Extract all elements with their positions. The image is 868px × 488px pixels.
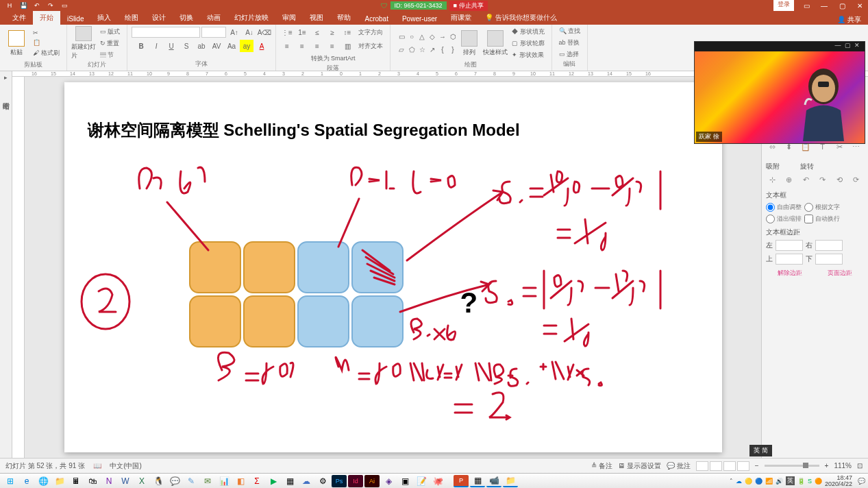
zoom-in-button[interactable]: + [825, 462, 829, 469]
webcam-overlay[interactable]: — ▢ ✕ 跃家 徐 [694, 41, 865, 144]
checkbox-autowrap[interactable]: 自动换行 [804, 215, 840, 223]
login-button[interactable]: 登录 [773, 0, 794, 11]
shape-fill-button[interactable]: ◆ 形状填充 [509, 27, 547, 37]
font-color-button[interactable]: A [255, 40, 269, 52]
wechat-icon[interactable]: 💬 [167, 475, 182, 487]
app6-icon[interactable]: ▶ [266, 475, 281, 487]
margin-top-input[interactable] [776, 254, 803, 265]
tab-review[interactable]: 审阅 [275, 11, 303, 25]
language-status[interactable]: 中文(中国) [110, 461, 142, 471]
tab-design[interactable]: 设计 [145, 11, 173, 25]
tab-view[interactable]: 视图 [303, 11, 330, 25]
calculator-icon[interactable]: 🖩 [69, 475, 84, 487]
slide-nav-collapsed[interactable]: ▸ 缩略图 [0, 71, 12, 458]
shape-outline-button[interactable]: ▢ 形状轮廓 [509, 38, 547, 49]
tab-home[interactable]: 开始 [33, 11, 60, 25]
tab-insert[interactable]: 插入 [90, 11, 118, 25]
comments-button[interactable]: 💬 批注 [667, 461, 691, 471]
explorer-running-icon[interactable]: 📁 [503, 475, 518, 487]
numbering-button[interactable]: 1≡ [295, 26, 309, 38]
shadow-button[interactable]: ab [195, 40, 208, 52]
app10-icon[interactable]: ▣ [397, 475, 412, 487]
columns-button[interactable]: ▥ [340, 40, 354, 52]
tray-icon[interactable]: 🟡 [745, 478, 752, 485]
redo-icon[interactable]: ↷ [45, 1, 56, 10]
webcam-min-icon[interactable]: — [833, 42, 843, 51]
webcam-close-icon[interactable]: ✕ [852, 42, 862, 51]
tab-help[interactable]: 帮助 [330, 11, 358, 25]
undo-icon[interactable]: ↶ [32, 1, 42, 10]
reading-view-button[interactable] [723, 461, 736, 471]
cut-button[interactable]: ✂ [30, 29, 62, 37]
bold-button[interactable]: B [134, 40, 148, 52]
justify-button[interactable]: ≡ [325, 40, 339, 52]
tray-volume-icon[interactable]: 🔊 [776, 478, 783, 485]
font-family-select[interactable] [132, 27, 200, 38]
tab-animations[interactable]: 动画 [200, 11, 227, 25]
save-icon[interactable]: 💾 [18, 1, 29, 10]
store-icon[interactable]: 🛍 [85, 475, 100, 487]
illustrator-icon[interactable]: Ai [364, 475, 380, 487]
expand-nav-icon[interactable]: ▸ [4, 74, 8, 81]
snap2-icon[interactable]: ⊕ [783, 174, 795, 185]
github-icon[interactable]: 🐙 [430, 475, 445, 487]
radio-free[interactable]: 自由调整 [766, 203, 802, 212]
radio-overflow[interactable]: 溢出缩排 [766, 215, 802, 223]
share-button[interactable]: 👤 共享 [837, 15, 861, 25]
tab-islide[interactable]: iSlide [60, 13, 90, 25]
notifications-icon[interactable]: 💬 [858, 478, 865, 485]
app2-icon[interactable]: ✉ [200, 475, 215, 487]
shape-effects-button[interactable]: ✦ 形状效果 [509, 50, 547, 60]
onenote-icon[interactable]: N [101, 475, 116, 487]
margin-right-input[interactable] [815, 240, 843, 251]
slideshow-view-button[interactable] [737, 461, 749, 471]
visualstudio-icon[interactable]: ◈ [381, 475, 396, 487]
rotate-icon[interactable]: ⟲ [833, 174, 845, 185]
page-margin-link[interactable]: 页面边距 [828, 269, 852, 278]
strike-button[interactable]: S [179, 40, 193, 52]
fit-window-button[interactable]: ⊡ [857, 462, 863, 469]
tray-ime-icon[interactable]: 英 [786, 476, 795, 485]
rotate-r-icon[interactable]: ↷ [817, 174, 829, 185]
app-running-icon[interactable]: ▦ [470, 475, 485, 487]
rotate2-icon[interactable]: ⟳ [850, 174, 863, 185]
font-size-select[interactable] [201, 27, 226, 38]
tab-poweruser[interactable]: Power-user [395, 13, 444, 25]
increase-font-icon[interactable]: A↑ [227, 26, 241, 38]
spacing-button[interactable]: AV [210, 40, 223, 52]
arrange-button[interactable]: 排列 [457, 26, 482, 60]
smartart-button[interactable]: 转换为 SmartArt [308, 53, 358, 64]
app11-icon[interactable]: 📝 [414, 475, 429, 487]
shapes-gallery[interactable]: ▭○△◇→⬡ ▱⬠☆↗{} [395, 31, 456, 56]
italic-button[interactable]: I [149, 40, 163, 52]
align-right-button[interactable]: ≡ [310, 40, 324, 52]
sorter-view-button[interactable] [710, 461, 722, 471]
rotate-l-icon[interactable]: ↶ [799, 174, 812, 185]
system-clock[interactable]: 18:472020/4/22 [825, 475, 855, 487]
indesign-icon[interactable]: Id [348, 475, 363, 487]
tab-file[interactable]: 文件 [5, 11, 33, 25]
app1-icon[interactable]: ✎ [184, 475, 199, 487]
indent-button[interactable]: ≥ [325, 26, 339, 38]
linespacing-button[interactable]: ↕≡ [340, 26, 354, 38]
highlight-button[interactable]: ay [240, 40, 253, 52]
tray-icon[interactable]: 🟠 [815, 478, 822, 485]
word-icon[interactable]: W [118, 475, 133, 487]
new-slide-button[interactable]: 新建幻灯片 [71, 26, 96, 60]
close-icon[interactable]: ✕ [852, 0, 868, 11]
format-painter-button[interactable]: 🖌 格式刷 [30, 48, 62, 58]
spellcheck-icon[interactable]: 📖 [93, 462, 101, 469]
minimize-icon[interactable]: — [816, 0, 832, 11]
tray-icon[interactable]: 🔵 [755, 478, 762, 485]
paste-button[interactable]: 粘贴 [4, 26, 29, 60]
webcam-max-icon[interactable]: ▢ [843, 42, 852, 51]
notes-button[interactable]: ≜ 备注 [591, 461, 612, 471]
decrease-font-icon[interactable]: A↓ [243, 26, 256, 38]
explorer-icon[interactable]: 📁 [52, 475, 67, 487]
app5-icon[interactable]: Σ [249, 475, 264, 487]
margin-left-input[interactable] [776, 240, 803, 251]
text-direction-button[interactable]: 文字方向 [356, 27, 386, 38]
slide-title[interactable]: 谢林空间隔离模型 Schelling's Spatial Segregation… [88, 119, 520, 141]
case-button[interactable]: Aa [225, 40, 238, 52]
find-button[interactable]: 🔍 查找 [556, 26, 584, 36]
